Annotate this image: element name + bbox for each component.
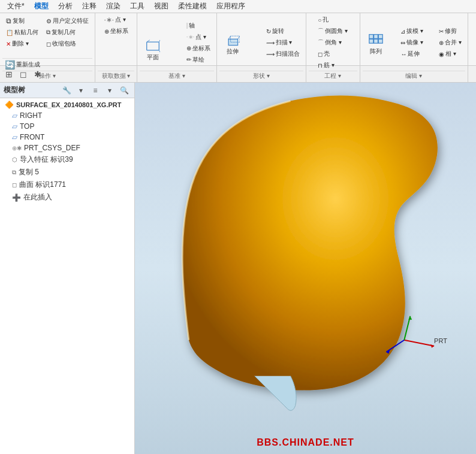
btn-phase[interactable]: ◉ 相 ▾ (436, 49, 464, 59)
ribbon-group-datum: 平面 | 轴 ·∗· 点 ▾ ⊕ 坐标系 ✏ 草绘 (137, 13, 217, 82)
tree-item-front[interactable]: ▱ FRONT (0, 132, 134, 143)
svg-text:PRT: PRT (434, 337, 447, 344)
ribbon-group-engineering: ○ 孔 ⌒ 倒圆角 ▾ ⌒ 倒角 ▾ ◻ 壳 ⊓ 筋 ▾ (306, 13, 360, 82)
extrude-label: 拉伸 (227, 47, 239, 56)
ribbon: ⧉ 复制 📋 粘贴几何 ✕ 删除 ▾ ⚙ 用户定义特征 (0, 13, 476, 66)
front-icon: ▱ (12, 133, 17, 141)
btn-paste-geo[interactable]: 📋 粘贴几何 (4, 27, 41, 38)
sidebar-icon-settings[interactable]: 🔧 (60, 84, 73, 97)
btn-revolve[interactable]: ↻ 旋转 (264, 26, 302, 37)
array-icon (369, 33, 383, 47)
3d-surface: PRT (135, 83, 476, 454)
svg-rect-13 (378, 39, 382, 43)
btn-point[interactable]: ·∗· 点 ▾ (102, 14, 128, 25)
tree-item-right[interactable]: ▱ RIGHT (0, 110, 134, 121)
btn-delete[interactable]: ✕ 删除 ▾ (4, 38, 41, 49)
svg-rect-11 (369, 39, 373, 43)
tree-item-import[interactable]: ⬡ 导入特征 标识39 (0, 153, 134, 166)
tree-item-copy5[interactable]: ⧉ 复制 5 (0, 166, 134, 178)
svg-marker-17 (408, 316, 412, 320)
sidebar-icon-dropdown2[interactable]: ▾ (103, 84, 116, 97)
btn-trim[interactable]: ✂ 修剪 (436, 26, 464, 37)
menu-render[interactable]: 渲染 (101, 0, 125, 13)
tb-icon-star[interactable]: ✱ (31, 68, 44, 81)
extrude-icon (225, 33, 240, 47)
svg-marker-15 (430, 344, 434, 348)
right-icon: ▱ (12, 111, 17, 120)
btn-point2[interactable]: ·∗· 点 ▾ (184, 32, 213, 43)
copy5-label: 复制 5 (19, 167, 39, 177)
svg-rect-12 (373, 39, 378, 43)
btn-array[interactable]: 阵列 (364, 29, 388, 59)
svg-line-6 (228, 36, 230, 39)
tb-icon-plane2[interactable]: ◻ (17, 68, 30, 81)
btn-extrude[interactable]: 拉伸 (221, 29, 245, 59)
plane-label: 平面 (147, 53, 159, 62)
tb-icon-grid[interactable]: ⊞ (2, 68, 16, 81)
menu-analysis[interactable]: 分析 (53, 0, 77, 13)
btn-sweep[interactable]: ⟿ 扫描 ▾ (264, 37, 302, 48)
btn-copy-geo[interactable]: ⧉ 复制几何 (44, 27, 91, 38)
watermark: BBS.CHINADE.NET (257, 437, 354, 448)
main-area: 模型树 🔧 ▾ ≡ ▾ 🔍 🔶 SURFACE_EX_20140801_XG.P… (0, 83, 476, 454)
btn-mirror[interactable]: ⇔ 镜像 ▾ (398, 37, 426, 48)
btn-chamfer[interactable]: ⌒ 倒角 ▾ (315, 37, 344, 48)
btn-rib[interactable]: ⊓ 筋 ▾ (315, 60, 337, 71)
group-label-ops: 操作 ▾ (2, 71, 92, 81)
btn-merge[interactable]: ⊕ 合并 ▾ (436, 37, 464, 48)
btn-sketch[interactable]: ✏ 草绘 (184, 55, 213, 65)
ribbon-content: ⧉ 复制 📋 粘贴几何 ✕ 删除 ▾ ⚙ 用户定义特征 (0, 13, 476, 82)
sidebar-icon-list[interactable]: ≡ (89, 84, 102, 97)
tree-item-root[interactable]: 🔶 SURFACE_EX_20140801_XG.PRT (0, 99, 134, 110)
svg-line-7 (237, 36, 239, 39)
group-label-eng: 工程 ▾ (309, 71, 357, 81)
insert-icon: ➕ (12, 193, 21, 202)
csys-label: PRT_CSYS_DEF (24, 144, 80, 152)
cutout-notch (255, 376, 296, 411)
menu-model[interactable]: 模型 (29, 0, 53, 13)
menu-flexible[interactable]: 柔性建模 (173, 0, 212, 13)
btn-shrink-wrap[interactable]: ◻ 收缩包络 (44, 38, 91, 49)
menu-file[interactable]: 文件* (2, 0, 29, 13)
plane-icon (146, 39, 160, 53)
menu-bar: 文件* 模型 分析 注释 渲染 工具 视图 柔性建模 应用程序 (0, 0, 476, 13)
btn-hole[interactable]: ○ 孔 (315, 14, 331, 25)
surface-shape (182, 95, 438, 390)
svg-rect-0 (147, 42, 159, 50)
menu-apps[interactable]: 应用程序 (212, 0, 250, 13)
viewport[interactable]: PRT BBS.CHINADE.NET (135, 83, 476, 454)
btn-shell[interactable]: ◻ 壳 (315, 49, 332, 59)
btn-copy[interactable]: ⧉ 复制 (4, 16, 41, 26)
tree-item-insert[interactable]: ➕ 在此插入 (0, 191, 134, 204)
btn-axis[interactable]: | 轴 (184, 20, 213, 31)
copy5-icon: ⧉ (12, 169, 16, 176)
svg-line-2 (159, 40, 160, 41)
sidebar-icon-search[interactable]: 🔍 (118, 84, 131, 97)
btn-coord2[interactable]: ⊕ 坐标系 (184, 43, 213, 54)
sidebar-toolbar: 🔧 ▾ ≡ ▾ 🔍 (60, 84, 131, 97)
tree-item-csys[interactable]: ⊕✱ PRT_CSYS_DEF (0, 143, 134, 153)
btn-round[interactable]: ⌒ 倒圆角 ▾ (315, 26, 350, 37)
sidebar-icon-dropdown[interactable]: ▾ (74, 84, 88, 97)
front-label: FRONT (20, 133, 44, 141)
group-label-getdata: 获取数据 ▾ (98, 71, 134, 81)
top-label: TOP (20, 122, 34, 131)
tree-item-surface[interactable]: ◻ 曲面 标识1771 (0, 178, 134, 191)
ribbon-group-eng-items: ○ 孔 ⌒ 倒圆角 ▾ ⌒ 倒角 ▾ ◻ 壳 ⊓ 筋 ▾ (315, 14, 350, 71)
ribbon-group-edit: 阵列 ⊿ 拔模 ▾ ⇔ 镜像 ▾ ↔ 延伸 ✂ (360, 13, 468, 82)
btn-coord[interactable]: ⊕ 坐标系 (102, 26, 131, 37)
menu-tools[interactable]: 工具 (125, 0, 149, 13)
menu-view[interactable]: 视图 (149, 0, 173, 13)
btn-extend[interactable]: ↔ 延伸 (398, 49, 426, 59)
group-label-datum: 基准 ▾ (140, 71, 214, 81)
menu-annotation[interactable]: 注释 (77, 0, 101, 13)
btn-user-feature[interactable]: ⚙ 用户定义特征 (44, 16, 91, 26)
sidebar-header: 模型树 🔧 ▾ ≡ ▾ 🔍 (0, 83, 134, 98)
btn-draft[interactable]: ⊿ 拔模 ▾ (398, 26, 426, 37)
surface-label: 曲面 标识1771 (19, 180, 66, 190)
btn-sweep-blend[interactable]: ⟿ 扫描混合 (264, 49, 302, 59)
import-label: 导入特征 标识39 (20, 155, 73, 165)
tree-item-top[interactable]: ▱ TOP (0, 121, 134, 132)
btn-plane[interactable]: 平面 (141, 35, 165, 65)
import-icon: ⬡ (12, 156, 17, 163)
